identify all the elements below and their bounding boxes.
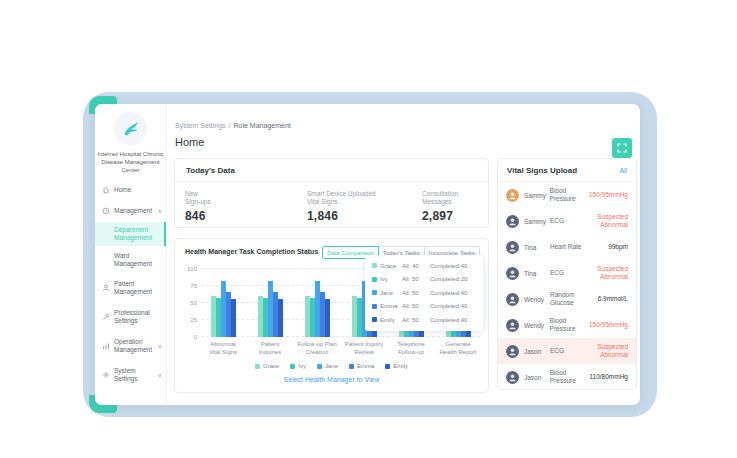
chart-legend-item-ivy[interactable]: Ivy <box>290 363 306 369</box>
legend-all-count: All: 50 <box>402 290 430 296</box>
vital-row[interactable]: SammyECGSuspected Abnormal <box>498 208 636 234</box>
x-axis-label-line: Patient Inquiry <box>342 341 386 349</box>
sidebar-item-management[interactable]: Management∧ <box>95 202 166 220</box>
legend-swatch <box>255 364 260 369</box>
page-title: Home <box>175 136 204 148</box>
app-window: Internet Hospital ChronicDisease Managem… <box>95 104 640 405</box>
patient-icon <box>102 284 110 292</box>
stat-value: 1,846 <box>307 209 422 223</box>
avatar <box>506 267 519 280</box>
vital-metric: ECG <box>550 269 590 277</box>
legend-swatch <box>372 290 377 295</box>
sidebar-item-ward-management[interactable]: Ward Management <box>95 248 166 272</box>
operation-icon <box>102 342 110 350</box>
chart-legend-label: Ivy <box>298 363 306 369</box>
stat-label-line: Smart Device Uploaded <box>307 190 422 198</box>
avatar <box>506 345 519 358</box>
sidebar-item-system-settings[interactable]: System Settings∨ <box>95 362 166 388</box>
chart-legend-label: Jane <box>325 363 338 369</box>
vital-value: Suspected Abnormal <box>590 265 628 281</box>
legend-name: Emma <box>380 303 402 309</box>
x-axis-label-telephone-follow-up: TelephoneFollow-up <box>389 341 433 356</box>
fullscreen-button[interactable] <box>612 138 632 158</box>
x-axis-label-line: Follow-up <box>389 349 433 357</box>
home-icon <box>102 186 110 194</box>
logo-bird-icon <box>121 119 141 139</box>
legend-completed-count: Completed:40 <box>430 263 476 269</box>
vital-metric: Random Glucose <box>550 291 590 307</box>
legend-swatch <box>349 364 354 369</box>
bar-emily <box>325 299 330 337</box>
breadcrumb-item[interactable]: System Settings <box>175 122 226 129</box>
x-axis-label-line: Follow-up Plan <box>295 341 339 349</box>
vital-row[interactable]: WendyRandom Glucose6.9mmol/L <box>498 286 636 312</box>
legend-swatch <box>372 304 377 309</box>
vital-metric: Heart Rate <box>550 243 590 251</box>
vital-value: Suspected Abnormal <box>590 343 628 359</box>
sidebar-item-label: Professional Settings <box>114 309 162 325</box>
legend-all-count: All: 50 <box>402 276 430 282</box>
chevron-up-icon: ∧ <box>158 207 163 215</box>
x-axis-labels: AbnormalVital SignsPatientInquiriesFollo… <box>201 341 480 356</box>
vital-name: Jason <box>524 374 550 381</box>
legend-swatch <box>385 364 390 369</box>
chart-legend-item-emily[interactable]: Emily <box>385 363 408 369</box>
sidebar-item-label: Operation Management <box>114 338 154 354</box>
chart-legend-item-jane[interactable]: Jane <box>317 363 338 369</box>
sidebar-item-department-management[interactable]: Department Management <box>95 222 166 246</box>
y-axis-label: 0 <box>194 334 197 340</box>
stats-row: NewSign-ups846Smart Device UploadedVital… <box>175 182 488 223</box>
stat-label: Smart Device UploadedVital Signs <box>307 190 422 206</box>
stat-value: 2,897 <box>422 209 478 223</box>
y-axis-label: 25 <box>190 317 197 323</box>
chart-legend-item-grace[interactable]: Grace <box>255 363 279 369</box>
sidebar-item-professional-settings[interactable]: Professional Settings <box>95 304 166 330</box>
breadcrumb-item-current[interactable]: Role Management <box>234 122 291 129</box>
breadcrumb-separator: / <box>229 122 231 129</box>
stat-label-line: New <box>185 190 307 198</box>
vital-value: 150/95mmHg <box>589 191 628 199</box>
sidebar-item-operation-management[interactable]: Operation Management∨ <box>95 333 166 359</box>
x-axis-label-patient-inquiry-review: Patient InquiryReview <box>342 341 386 356</box>
bar-group-follow-up-plan-creation <box>295 281 339 337</box>
vital-row[interactable]: TinaHeart Rate99bpm <box>498 234 636 260</box>
stat-smart-device-uploaded-vital-signs: Smart Device UploadedVital Signs1,846 <box>307 190 422 223</box>
chart-legend-label: Emma <box>357 363 374 369</box>
stat-label: ConsultationMessages <box>422 190 478 206</box>
x-axis-label-patient-inquiries: PatientInquiries <box>248 341 292 356</box>
vital-name: Sammy <box>524 192 550 199</box>
legend-completed-count: Completed:40 <box>430 317 476 323</box>
todays-data-card: Today's Data NewSign-ups846Smart Device … <box>174 158 489 228</box>
legend-swatch <box>372 263 377 268</box>
chart-legend-item-emma[interactable]: Emma <box>349 363 374 369</box>
vital-row[interactable]: SammyBlood Pressure150/95mmHg <box>498 182 636 208</box>
x-axis-label-line: Review <box>342 349 386 357</box>
select-health-manager-link[interactable]: Select Health Manager to View <box>175 376 488 383</box>
vital-metric: Blood Pressure <box>550 317 589 333</box>
x-axis-label-line: Patient <box>248 341 292 349</box>
org-title-line: Internet Hospital Chronic <box>97 150 164 158</box>
y-axis-label: 100 <box>187 266 197 272</box>
page-background: Internet Hospital ChronicDisease Managem… <box>0 0 737 458</box>
legend-row-jane: JaneAll: 50Completed:40 <box>372 286 476 300</box>
avatar <box>506 189 519 202</box>
x-axis-label-line: Vital Signs <box>201 349 245 357</box>
vital-signs-all-link[interactable]: All <box>620 167 627 174</box>
management-icon <box>102 207 110 215</box>
bar-emily <box>278 299 283 337</box>
vital-row[interactable]: JasonBlood Pressure110/80mmHg <box>498 364 636 390</box>
app-shell: Internet Hospital ChronicDisease Managem… <box>83 92 657 417</box>
sidebar: Internet Hospital ChronicDisease Managem… <box>95 104 167 405</box>
sidebar-item-home[interactable]: Home <box>95 181 166 199</box>
vital-row[interactable]: WendyBlood Pressure150/95mmHg <box>498 312 636 338</box>
bar-emily <box>231 299 236 337</box>
vital-name: Sammy <box>524 218 550 225</box>
bar-group-abnormal-vital-signs <box>201 281 245 337</box>
fullscreen-icon <box>617 143 627 153</box>
avatar <box>506 293 519 306</box>
vital-row[interactable]: TinaECGSuspected Abnormal <box>498 260 636 286</box>
vital-row[interactable]: JasonECGSuspected Abnormal <box>498 338 636 364</box>
legend-name: Jane <box>380 290 402 296</box>
sidebar-item-patient-management[interactable]: Patient Management <box>95 275 166 301</box>
legend-name: Emily <box>380 317 402 323</box>
